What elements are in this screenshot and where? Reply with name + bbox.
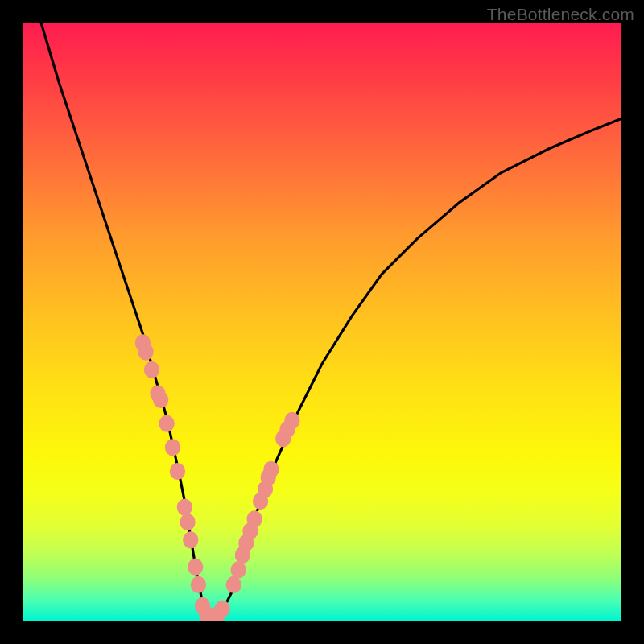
chart-svg bbox=[23, 23, 621, 621]
curve-marker bbox=[144, 361, 159, 378]
curve-marker bbox=[191, 576, 206, 593]
curve-marker bbox=[284, 412, 299, 429]
curve-marker bbox=[183, 531, 198, 548]
curve-marker bbox=[180, 514, 195, 530]
curve-marker bbox=[165, 439, 180, 456]
curve-marker bbox=[170, 463, 185, 480]
curve-marker bbox=[214, 601, 229, 617]
curve-marker bbox=[153, 391, 168, 408]
curve-marker bbox=[247, 510, 262, 527]
chart-plot-area bbox=[23, 23, 621, 621]
watermark-text: TheBottleneck.com bbox=[487, 5, 634, 24]
curve-markers bbox=[135, 334, 300, 621]
curve-marker bbox=[226, 576, 242, 593]
curve-marker bbox=[177, 498, 192, 515]
curve-marker bbox=[263, 461, 279, 478]
curve-marker bbox=[188, 559, 203, 576]
curve-marker bbox=[230, 561, 246, 578]
bottleneck-curve bbox=[41, 23, 621, 621]
curve-marker bbox=[138, 343, 153, 360]
chart-frame: TheBottleneck.com bbox=[0, 0, 644, 644]
curve-marker bbox=[159, 415, 174, 432]
